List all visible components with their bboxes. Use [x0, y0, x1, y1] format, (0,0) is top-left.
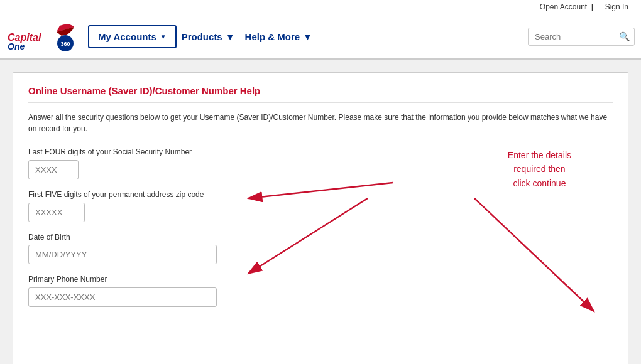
svg-text:360: 360	[60, 41, 70, 47]
dob-input[interactable]	[28, 245, 217, 264]
zip-label: First FIVE digits of your permanent addr…	[28, 190, 217, 200]
annotation-overlay: Enter the detailsrequired thenclick cont…	[239, 148, 622, 336]
products-nav[interactable]: Products ▼	[182, 31, 235, 42]
my-accounts-arrow: ▼	[160, 33, 167, 40]
ssn-input[interactable]	[28, 160, 79, 179]
zip-input[interactable]	[28, 203, 85, 222]
svg-text:One: One	[8, 41, 25, 51]
header-top-links: Open Account | Sign In	[13, 0, 628, 14]
svg-line-6	[248, 198, 368, 274]
capital-one-logo: Capital One 360	[6, 21, 75, 52]
annotation-text: Enter the detailsrequired thenclick cont…	[508, 148, 571, 190]
logo-area: Capital One 360	[6, 21, 75, 52]
svg-line-5	[248, 183, 393, 198]
form-section: Last FOUR digits of your Social Security…	[28, 147, 217, 307]
help-more-nav[interactable]: Help & More ▼	[245, 31, 312, 42]
sign-in-link[interactable]: Sign In	[605, 3, 628, 11]
phone-label: Primary Phone Number	[28, 274, 217, 285]
dob-label: Date of Birth	[28, 232, 217, 243]
header-main: Capital One 360 My Accounts ▼ Products ▼…	[0, 14, 641, 60]
logo-text: Capital One 360	[6, 21, 75, 52]
phone-input[interactable]	[28, 287, 217, 307]
search-icon: 🔍	[619, 31, 630, 41]
svg-line-7	[474, 198, 594, 311]
products-label: Products	[182, 31, 222, 42]
my-accounts-nav[interactable]: My Accounts ▼	[88, 25, 177, 48]
help-more-arrow: ▼	[303, 31, 312, 42]
header-top: Open Account | Sign In	[0, 0, 641, 14]
help-description: Answer all the security questions below …	[28, 112, 613, 134]
content-area: Online Username (Saver ID)/Customer Numb…	[0, 60, 641, 364]
help-title: Online Username (Saver ID)/Customer Numb…	[28, 85, 613, 103]
ssn-label: Last FOUR digits of your Social Security…	[28, 147, 217, 158]
open-account-link[interactable]: Open Account	[540, 3, 587, 11]
search-area: 🔍	[528, 28, 635, 46]
products-arrow: ▼	[226, 31, 235, 42]
help-more-label: Help & More	[245, 31, 300, 42]
help-box: Online Username (Saver ID)/Customer Numb…	[13, 72, 628, 364]
nav-area: My Accounts ▼ Products ▼ Help & More ▼ 🔍	[88, 25, 635, 48]
annotation-arrows	[239, 148, 622, 336]
my-accounts-label: My Accounts	[98, 31, 156, 42]
